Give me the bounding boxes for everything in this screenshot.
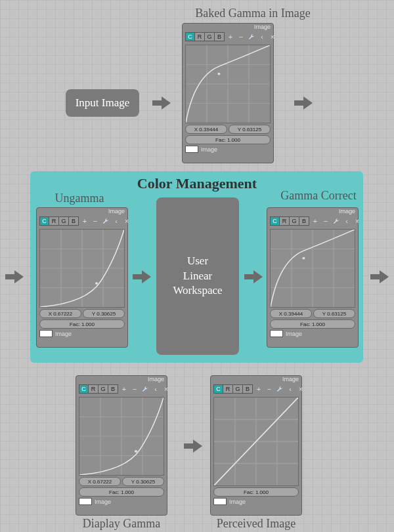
channel-tab-r[interactable]: R bbox=[89, 384, 98, 394]
zoom-in-icon[interactable]: + bbox=[312, 218, 318, 224]
channel-tab-r[interactable]: R bbox=[223, 384, 233, 394]
close-icon[interactable]: × bbox=[297, 386, 304, 392]
zoom-out-icon[interactable]: − bbox=[266, 386, 273, 392]
curve-node-baked[interactable]: Image CRGB + − ‹ × bbox=[182, 23, 274, 163]
channel-tab-g[interactable]: G bbox=[98, 384, 108, 394]
fac-field[interactable]: Fac: 1.000 bbox=[213, 487, 299, 497]
arrow-icon bbox=[133, 269, 151, 285]
x-value-field[interactable]: X 0.39444 bbox=[185, 125, 227, 134]
channel-tab-g[interactable]: G bbox=[233, 384, 243, 394]
zoom-in-icon[interactable]: + bbox=[81, 218, 88, 224]
user-linear-workspace-text: User Linear Workspace bbox=[173, 254, 222, 299]
chevron-left-icon[interactable]: ‹ bbox=[287, 386, 294, 392]
user-linear-workspace-block: User Linear Workspace bbox=[156, 197, 239, 355]
zoom-out-icon[interactable]: − bbox=[92, 218, 98, 224]
zoom-in-icon[interactable]: + bbox=[227, 33, 234, 40]
channel-tab-g[interactable]: G bbox=[59, 216, 69, 226]
curve-node-gamma-correct[interactable]: Image CRGB + − ‹ × bbox=[267, 207, 359, 348]
y-value-field[interactable]: Y 0.63125 bbox=[313, 309, 355, 318]
zoom-out-icon[interactable]: − bbox=[131, 386, 138, 392]
image-socket-label: Image bbox=[55, 331, 72, 337]
close-icon[interactable]: × bbox=[354, 218, 361, 224]
image-socket-label: Image bbox=[95, 499, 111, 505]
curve-canvas[interactable] bbox=[270, 229, 355, 308]
color-swatch[interactable] bbox=[39, 330, 53, 337]
x-value-field[interactable]: X 0.67222 bbox=[39, 309, 81, 318]
wrench-icon[interactable] bbox=[142, 386, 148, 392]
baked-gamma-label: Baked Gamma in Image bbox=[181, 7, 325, 20]
channel-tab-r[interactable]: R bbox=[49, 216, 59, 226]
chevron-left-icon[interactable]: ‹ bbox=[343, 218, 350, 224]
channel-tabs: CRGB bbox=[79, 384, 118, 394]
channel-tab-c[interactable]: C bbox=[185, 32, 195, 41]
curve-canvas[interactable] bbox=[39, 229, 125, 308]
channel-tab-b[interactable]: B bbox=[69, 216, 79, 226]
fac-field[interactable]: Fac: 1.000 bbox=[79, 487, 164, 497]
channel-tab-b[interactable]: B bbox=[108, 384, 118, 394]
arrow-icon bbox=[152, 95, 171, 111]
y-value-field[interactable]: Y 0.63125 bbox=[229, 125, 271, 134]
channel-tab-c[interactable]: C bbox=[270, 216, 280, 226]
channel-tab-b[interactable]: B bbox=[215, 32, 225, 41]
wrench-icon[interactable] bbox=[102, 218, 109, 224]
x-value-field[interactable]: X 0.67222 bbox=[79, 477, 121, 486]
curve-node-ungamma[interactable]: Image CRGB + − ‹ × bbox=[36, 207, 128, 348]
arrow-icon bbox=[294, 95, 313, 111]
fac-field[interactable]: Fac: 1.000 bbox=[39, 319, 125, 329]
image-socket-label: Image bbox=[229, 499, 246, 505]
arrow-icon bbox=[244, 269, 263, 285]
node-title: Image bbox=[183, 24, 273, 31]
zoom-out-icon[interactable]: − bbox=[322, 218, 329, 224]
curve-canvas[interactable] bbox=[79, 397, 164, 476]
x-value-field[interactable]: X 0.39444 bbox=[270, 309, 312, 318]
zoom-in-icon[interactable]: + bbox=[121, 386, 127, 392]
wrench-icon[interactable] bbox=[248, 33, 255, 40]
close-icon[interactable]: × bbox=[123, 218, 130, 224]
fac-field[interactable]: Fac: 1.000 bbox=[185, 135, 271, 144]
channel-tabs: CRGB bbox=[213, 384, 253, 394]
close-icon[interactable]: × bbox=[269, 33, 276, 40]
wrench-icon[interactable] bbox=[276, 386, 283, 392]
node-title: Image bbox=[211, 376, 301, 384]
channel-tab-c[interactable]: C bbox=[213, 384, 223, 394]
wrench-icon[interactable] bbox=[333, 218, 339, 224]
color-swatch[interactable] bbox=[270, 330, 283, 337]
display-gamma-label: Diaplay Gamma bbox=[72, 517, 171, 531]
svg-point-6 bbox=[217, 73, 220, 75]
arrow-icon bbox=[370, 269, 389, 285]
arrow-icon bbox=[184, 438, 202, 454]
svg-point-27 bbox=[135, 450, 137, 453]
curve-canvas[interactable] bbox=[213, 397, 299, 486]
image-socket-label: Image bbox=[286, 331, 302, 337]
arrow-icon bbox=[5, 269, 24, 285]
svg-point-20 bbox=[302, 257, 305, 260]
y-value-field[interactable]: Y 0.30625 bbox=[83, 309, 125, 318]
color-swatch[interactable] bbox=[213, 498, 227, 505]
channel-tab-r[interactable]: R bbox=[280, 216, 290, 226]
curve-canvas[interactable] bbox=[185, 45, 271, 123]
zoom-out-icon[interactable]: − bbox=[238, 33, 244, 40]
channel-tab-r[interactable]: R bbox=[195, 32, 205, 41]
channel-tab-g[interactable]: G bbox=[205, 32, 215, 41]
image-socket-label: Image bbox=[201, 146, 217, 153]
color-swatch[interactable] bbox=[185, 146, 198, 153]
channel-tabs: CRGB bbox=[185, 32, 225, 41]
color-swatch[interactable] bbox=[79, 498, 92, 505]
channel-tab-b[interactable]: B bbox=[243, 384, 253, 394]
input-image-block: Input Image bbox=[66, 89, 139, 117]
curve-node-perceived[interactable]: Image CRGB + − ‹ × bbox=[210, 375, 302, 516]
perceived-image-label: Perceived Image bbox=[204, 517, 309, 531]
channel-tab-c[interactable]: C bbox=[39, 216, 49, 226]
fac-field[interactable]: Fac: 1.000 bbox=[270, 319, 355, 329]
channel-tab-b[interactable]: B bbox=[299, 216, 309, 226]
zoom-in-icon[interactable]: + bbox=[255, 386, 262, 392]
chevron-left-icon[interactable]: ‹ bbox=[152, 386, 159, 392]
y-value-field[interactable]: Y 0.30625 bbox=[122, 477, 164, 486]
svg-point-13 bbox=[95, 282, 98, 285]
close-icon[interactable]: × bbox=[163, 386, 169, 392]
chevron-left-icon[interactable]: ‹ bbox=[259, 33, 265, 40]
channel-tab-c[interactable]: C bbox=[79, 384, 89, 394]
chevron-left-icon[interactable]: ‹ bbox=[113, 218, 120, 224]
channel-tab-g[interactable]: G bbox=[290, 216, 299, 226]
curve-node-display-gamma[interactable]: Image CRGB + − ‹ × bbox=[76, 375, 167, 516]
